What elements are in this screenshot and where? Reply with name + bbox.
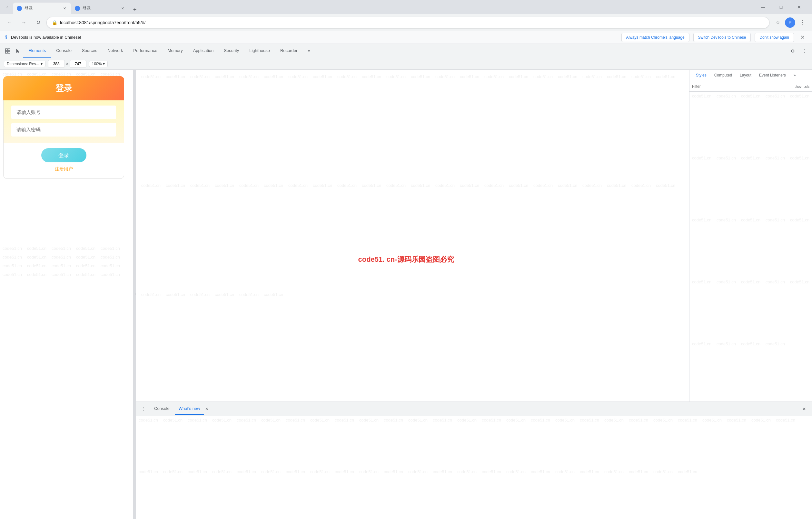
bottom-more-icon[interactable]: ⋮ — [139, 404, 149, 414]
bottom-watermarks: code51.cn code51.cn code51.cn code51.cn … — [0, 244, 133, 279]
dimensions-chevron: ▾ — [40, 62, 42, 66]
whats-new-tab[interactable]: What's new — [175, 403, 204, 415]
devtools-more-icon[interactable]: ⋮ — [799, 46, 809, 56]
password-input[interactable] — [17, 127, 111, 132]
tab-elements[interactable]: Elements — [23, 44, 51, 58]
notification-icon: ℹ — [5, 34, 7, 40]
devtools-settings-icon[interactable]: ⚙ — [787, 46, 798, 56]
browser-tab-1[interactable]: 登录 ✕ — [13, 3, 71, 14]
tab-more[interactable]: » — [302, 44, 315, 58]
svg-point-1 — [76, 7, 79, 10]
devtools-right-icons: ⚙ ⋮ — [787, 46, 809, 56]
hov-toggle[interactable]: :hov — [795, 85, 802, 88]
dimensions-inputs: × — [48, 60, 86, 68]
tab-network[interactable]: Network — [103, 44, 128, 58]
svg-rect-2 — [5, 49, 7, 51]
devtools-content: code51.cn code51.cn code51.cn code51.cn … — [136, 70, 812, 402]
login-button[interactable]: 登录 — [41, 148, 86, 162]
dimensions-bar: Dimensions: Res... ▾ × 100% ▾ — [0, 58, 812, 70]
bottom-close-panel[interactable]: ✕ — [799, 404, 809, 414]
main-area: // Watermark will be generated by JS cod… — [0, 70, 812, 519]
toolbar: ← → ↻ 🔒 localhost:8081/springboota7eoo/f… — [0, 14, 812, 31]
register-link[interactable]: 注册用户 — [11, 166, 116, 172]
dont-show-button[interactable]: Don't show again — [755, 33, 794, 42]
refresh-button[interactable]: ↻ — [32, 17, 44, 28]
lock-icon: 🔒 — [52, 20, 57, 25]
bookmark-button[interactable]: ☆ — [772, 17, 784, 28]
browser-tab-2[interactable]: 登录 ✕ — [71, 3, 129, 14]
close-button[interactable]: ✕ — [791, 2, 807, 12]
url-text: localhost:8081/springboota7eoo/front/h5/… — [60, 20, 764, 25]
styles-tab-bar: Styles Computed Layout Event Listeners » — [690, 70, 812, 81]
browser-window: ‹ 登录 ✕ 登录 ✕ + — □ ✕ — [0, 0, 812, 519]
elements-panel: code51.cn code51.cn code51.cn code51.cn … — [136, 70, 690, 402]
svg-rect-4 — [5, 51, 7, 53]
tab-favicon-2 — [75, 6, 80, 11]
bottom-bar: ⋮ Console What's new ✕ ✕ — [136, 402, 812, 416]
devtools-cursor-icon[interactable] — [13, 46, 23, 56]
cls-toggle[interactable]: .cls — [804, 85, 810, 88]
tab-bar: 登录 ✕ 登录 ✕ + — [13, 0, 754, 14]
elements-watermark: code51.cn code51.cn code51.cn code51.cn … — [139, 72, 687, 399]
tab-scroll-left[interactable]: ‹ — [3, 3, 11, 11]
back-button[interactable]: ← — [4, 17, 16, 28]
tab-title-1: 登录 — [25, 5, 59, 11]
tab-security[interactable]: Security — [219, 44, 244, 58]
resize-handle[interactable]: ⋮ — [134, 70, 136, 519]
svg-rect-3 — [8, 49, 10, 51]
tab-memory[interactable]: Memory — [163, 44, 188, 58]
match-language-button[interactable]: Always match Chrome's language — [621, 33, 690, 42]
zoom-chevron: ▾ — [103, 62, 105, 66]
forward-button[interactable]: → — [18, 17, 30, 28]
devtools-panel: code51.cn code51.cn code51.cn code51.cn … — [136, 70, 812, 519]
layout-tab[interactable]: Layout — [736, 70, 755, 81]
bottom-console-content: code51.cn code51.cn code51.cn code51.cn … — [136, 416, 812, 519]
username-input[interactable] — [17, 109, 111, 115]
devtools-tab-bar: Elements Console Sources Network Perform… — [0, 44, 812, 58]
toolbar-right: ☆ P ⋮ — [772, 17, 808, 28]
whats-new-tab-container: What's new ✕ — [175, 403, 209, 415]
page-content: code51.cn code51.cn code51.cn code51.cn … — [0, 70, 133, 519]
bottom-right: ✕ — [799, 404, 809, 414]
tab-application[interactable]: Application — [188, 44, 219, 58]
zoom-select[interactable]: 100% ▾ — [89, 61, 108, 67]
more-styles-tab[interactable]: » — [790, 70, 800, 81]
tab-lighthouse[interactable]: Lighthouse — [244, 44, 275, 58]
tab-close-1[interactable]: ✕ — [62, 6, 67, 11]
address-bar[interactable]: 🔒 localhost:8081/springboota7eoo/front/h… — [47, 17, 770, 28]
tab-recorder[interactable]: Recorder — [275, 44, 302, 58]
devtools-inspect-icon[interactable] — [3, 46, 13, 56]
profile-button[interactable]: P — [785, 18, 795, 28]
devtools-notification: ℹ DevTools is now available in Chinese! … — [0, 31, 812, 44]
login-title: 登录 — [55, 83, 72, 93]
window-controls: — □ ✕ — [755, 2, 809, 12]
styles-panel: Styles Computed Layout Event Listeners »… — [690, 70, 812, 402]
notification-text: DevTools is now available in Chinese! — [11, 35, 617, 40]
tab-console[interactable]: Console — [51, 44, 77, 58]
extensions-button[interactable]: ⋮ — [796, 17, 808, 28]
switch-chinese-button[interactable]: Switch DevTools to Chinese — [693, 33, 751, 42]
browser-viewport: // Watermark will be generated by JS cod… — [0, 70, 134, 519]
width-input[interactable] — [48, 60, 65, 68]
styles-tab[interactable]: Styles — [692, 70, 710, 81]
maximize-button[interactable]: □ — [773, 2, 789, 12]
console-tab[interactable]: Console — [150, 403, 173, 415]
tab-close-2[interactable]: ✕ — [120, 6, 125, 11]
notification-close[interactable]: ✕ — [798, 33, 807, 42]
tab-sources[interactable]: Sources — [77, 44, 103, 58]
whats-new-close[interactable]: ✕ — [204, 406, 209, 411]
title-bar: ‹ 登录 ✕ 登录 ✕ + — □ ✕ — [0, 0, 812, 14]
styles-filter-input[interactable] — [692, 83, 792, 90]
computed-tab[interactable]: Computed — [710, 70, 736, 81]
event-listeners-tab[interactable]: Event Listeners — [755, 70, 790, 81]
dimensions-select[interactable]: Dimensions: Res... ▾ — [4, 61, 46, 67]
tab-performance[interactable]: Performance — [128, 44, 162, 58]
svg-point-0 — [18, 7, 21, 10]
styles-content: code51.cn code51.cn code51.cn code51.cn … — [690, 92, 812, 402]
new-tab-button[interactable]: + — [130, 5, 139, 14]
height-input[interactable] — [70, 60, 86, 68]
zoom-label: 100% — [92, 62, 102, 66]
tab-favicon-1 — [17, 6, 22, 11]
minimize-button[interactable]: — — [755, 2, 771, 12]
dimensions-label: Dimensions: Res... — [7, 62, 39, 66]
